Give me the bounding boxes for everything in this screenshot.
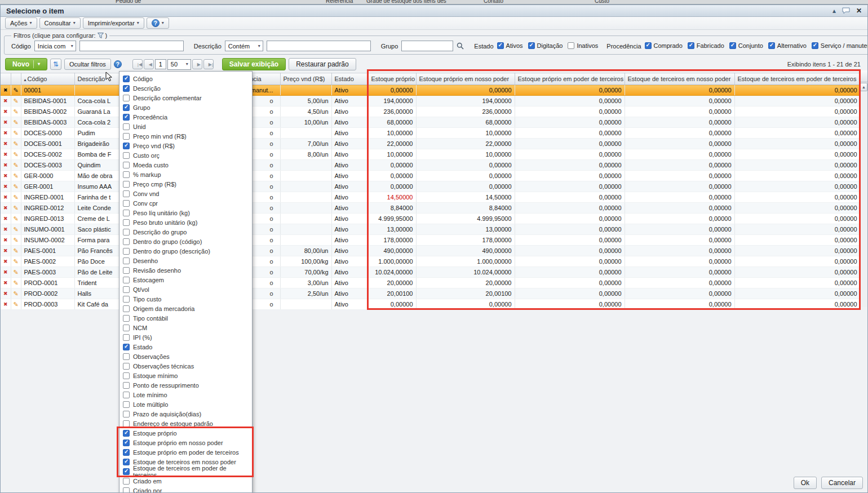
col-estado[interactable]: Estado [331,73,368,85]
checkbox-icon[interactable] [123,487,130,493]
delete-icon[interactable]: ✖ [1,278,11,288]
close-icon[interactable]: ✕ [856,7,862,14]
checkbox-icon[interactable] [123,171,130,178]
edit-icon[interactable]: ✎ [11,224,21,235]
column-menu-item[interactable]: IPI (%) [119,332,252,342]
checkbox-icon[interactable] [123,420,130,427]
checkbox-icon[interactable] [123,104,130,111]
help-icon[interactable]: ? [114,60,122,68]
checkbox-icon[interactable] [123,430,130,437]
column-menu-item[interactable]: Descrição do grupo [119,227,252,237]
column-menu-item[interactable]: Descrição [119,83,252,93]
checkbox-icon[interactable] [123,75,130,82]
novo-button[interactable]: Novo ▾ [5,58,47,70]
delete-icon[interactable]: ✖ [1,224,11,235]
checkbox-icon[interactable] [123,95,130,101]
checkbox-icon[interactable] [123,325,130,331]
filter-funnel-icon[interactable] [98,33,104,38]
checkbox-icon[interactable] [123,468,130,475]
edit-icon[interactable]: ✎ [11,85,21,96]
edit-icon[interactable]: ✎ [11,235,21,246]
checkbox-icon[interactable] [123,143,130,149]
column-menu-item[interactable]: Preço cmp (R$) [119,179,252,189]
checkbox-icon[interactable] [568,42,574,49]
edit-icon[interactable]: ✎ [11,117,21,128]
checkbox-icon[interactable] [528,42,535,49]
ok-button[interactable]: Ok [794,477,817,489]
checkbox-icon[interactable] [123,392,130,398]
checkbox-icon[interactable] [123,372,130,379]
checkbox-icon[interactable] [123,190,130,197]
edit-icon[interactable]: ✎ [11,246,21,256]
column-menu-item[interactable]: % markup [119,170,252,179]
edit-icon[interactable]: ✎ [11,181,21,192]
column-menu-item[interactable]: Qt/vol [119,285,252,294]
delete-icon[interactable]: ✖ [1,171,11,181]
checkbox-icon[interactable] [812,42,818,49]
estado-option[interactable]: Digitação [528,42,563,49]
checkbox-icon[interactable] [123,286,130,293]
checkbox-icon[interactable] [123,114,130,121]
col-estoque-terceiros-nosso-poder[interactable]: Estoque de terceiros em nosso poder [625,73,734,85]
procedencia-option[interactable]: Serviço / manutenção [812,42,868,49]
edit-icon[interactable]: ✎ [11,139,21,149]
procedencia-option[interactable]: Alternativo [768,42,807,49]
delete-icon[interactable]: ✖ [1,235,11,246]
checkbox-icon[interactable] [123,411,130,418]
delete-icon[interactable]: ✖ [1,139,11,149]
scroll-up-icon[interactable]: ▲ [860,83,867,91]
delete-icon[interactable]: ✖ [1,160,11,171]
column-menu-item[interactable]: Endereço de estoque padrão [119,419,252,428]
column-menu-item[interactable]: Lote mínimo [119,390,252,399]
column-menu-item[interactable]: Código [119,74,252,83]
delete-icon[interactable]: ✖ [1,149,11,160]
menu-help[interactable]: ? ▾ [147,17,169,29]
delete-icon[interactable]: ✖ [1,181,11,192]
column-menu-item[interactable]: Procedência [119,112,252,122]
edit-icon[interactable]: ✎ [11,278,21,288]
checkbox-icon[interactable] [123,353,130,360]
delete-icon[interactable]: ✖ [1,288,11,299]
column-menu-item[interactable]: NCM [119,323,252,332]
checkbox-icon[interactable] [123,162,130,168]
column-menu-item[interactable]: Observações [119,352,252,361]
codigo-input[interactable] [79,41,184,51]
column-menu-item[interactable]: Dentro do grupo (código) [119,237,252,246]
column-menu-item[interactable]: Estoque de terceiros em poder de terceir… [119,467,252,476]
procedencia-option[interactable]: Fabricado [688,42,724,49]
checkbox-icon[interactable] [123,210,130,216]
estado-option[interactable]: Inativos [568,42,598,49]
column-menu-item[interactable]: Estoque próprio em poder de terceiros [119,447,252,457]
column-menu-item[interactable]: Peso bruto unitário (kg) [119,217,252,227]
column-menu-item[interactable]: Moeda custo [119,160,252,170]
checkbox-icon[interactable] [123,123,130,130]
column-menu-item[interactable]: Preço vnd (R$) [119,141,252,150]
delete-icon[interactable]: ✖ [1,246,11,256]
checkbox-icon[interactable] [768,42,775,49]
checkbox-icon[interactable] [123,305,130,312]
ocultar-filtros-button[interactable]: Ocultar filtros [64,59,111,70]
edit-icon[interactable]: ✎ [11,288,21,299]
column-menu-item[interactable]: Estoque mínimo [119,371,252,380]
checkbox-icon[interactable] [123,382,130,389]
edit-icon[interactable]: ✎ [11,299,21,310]
column-menu-item[interactable]: Criado por [119,486,252,493]
delete-icon[interactable]: ✖ [1,85,11,96]
procedencia-option[interactable]: Comprado [645,42,683,49]
checkbox-icon[interactable] [497,42,504,49]
edit-icon[interactable]: ✎ [11,192,21,203]
checkbox-icon[interactable] [688,42,694,49]
codigo-operator-select[interactable]: Inicia com ▾ [34,41,76,51]
checkbox-icon[interactable] [123,238,130,245]
edit-icon[interactable]: ✎ [11,256,21,267]
column-menu-item[interactable]: Ponto de ressuprimento [119,380,252,390]
checkbox-icon[interactable] [123,363,130,370]
collapse-icon[interactable]: ▴ [832,7,836,14]
column-menu-item[interactable]: Custo orç [119,150,252,160]
checkbox-icon[interactable] [123,85,130,92]
cancelar-button[interactable]: Cancelar [821,477,863,489]
col-preco-vnd[interactable]: Preço vnd (R$) [280,73,331,85]
prev-page-button[interactable]: ◀ [144,59,154,69]
delete-icon[interactable]: ✖ [1,256,11,267]
column-menu-item[interactable]: Unid [119,122,252,131]
